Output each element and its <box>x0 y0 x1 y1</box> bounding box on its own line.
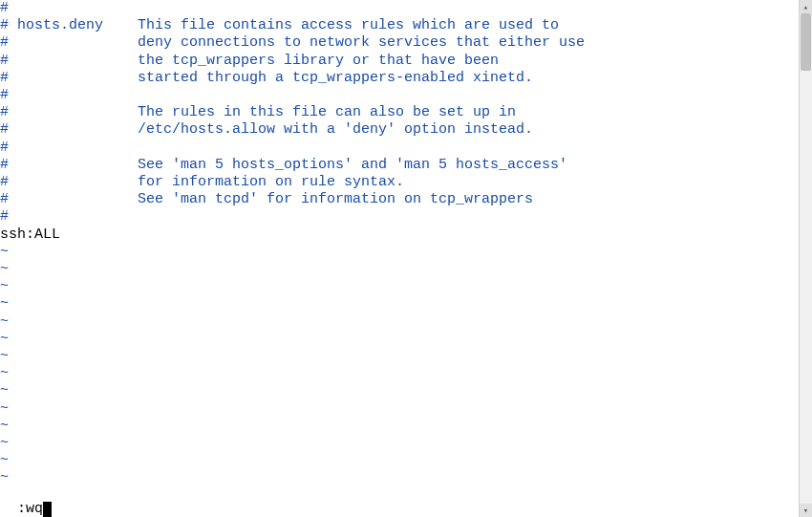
editor-content[interactable]: ## hosts.deny This file contains access … <box>0 0 812 487</box>
empty-line-tilde: ~ <box>0 244 812 261</box>
file-line: # the tcp_wrappers library or that have … <box>0 53 812 70</box>
file-line: # deny connections to network services t… <box>0 34 812 52</box>
cursor <box>43 502 52 517</box>
scrollbar[interactable]: ▴ ▾ <box>799 0 812 517</box>
file-line: # <box>0 208 812 226</box>
empty-line-tilde: ~ <box>0 348 812 365</box>
empty-line-tilde: ~ <box>0 400 812 418</box>
empty-line-tilde: ~ <box>0 382 812 399</box>
file-line: # for information on rule syntax. <box>0 174 812 191</box>
empty-line-tilde: ~ <box>0 313 812 331</box>
scrollbar-thumb[interactable] <box>801 13 811 71</box>
down-arrow-icon: ▾ <box>803 506 808 516</box>
file-line: # <box>0 140 812 157</box>
empty-line-tilde: ~ <box>0 261 812 278</box>
empty-line-tilde: ~ <box>0 435 812 452</box>
empty-line-tilde: ~ <box>0 418 812 435</box>
file-line: # started through a tcp_wrappers-enabled… <box>0 70 812 87</box>
empty-line-tilde: ~ <box>0 295 812 312</box>
file-line: # <box>0 87 812 104</box>
command-input[interactable]: :wq <box>17 501 43 517</box>
file-line: # hosts.deny This file contains access r… <box>0 17 812 34</box>
file-line: # <box>0 0 812 17</box>
file-line: # See 'man tcpd' for information on tcp_… <box>0 191 812 208</box>
empty-line-tilde: ~ <box>0 331 812 348</box>
empty-line-tilde: ~ <box>0 365 812 382</box>
scrollbar-arrow-up[interactable]: ▴ <box>800 0 812 13</box>
status-bar[interactable]: :wq <box>0 485 812 517</box>
file-line: # See 'man 5 hosts_options' and 'man 5 h… <box>0 157 812 174</box>
empty-line-tilde: ~ <box>0 452 812 469</box>
file-line: # /etc/hosts.allow with a 'deny' option … <box>0 121 812 139</box>
scrollbar-arrow-down[interactable]: ▾ <box>800 504 812 517</box>
empty-line-tilde: ~ <box>0 278 812 295</box>
up-arrow-icon: ▴ <box>803 2 808 12</box>
file-line: # The rules in this file can also be set… <box>0 104 812 121</box>
file-line: ssh:ALL <box>0 226 812 244</box>
